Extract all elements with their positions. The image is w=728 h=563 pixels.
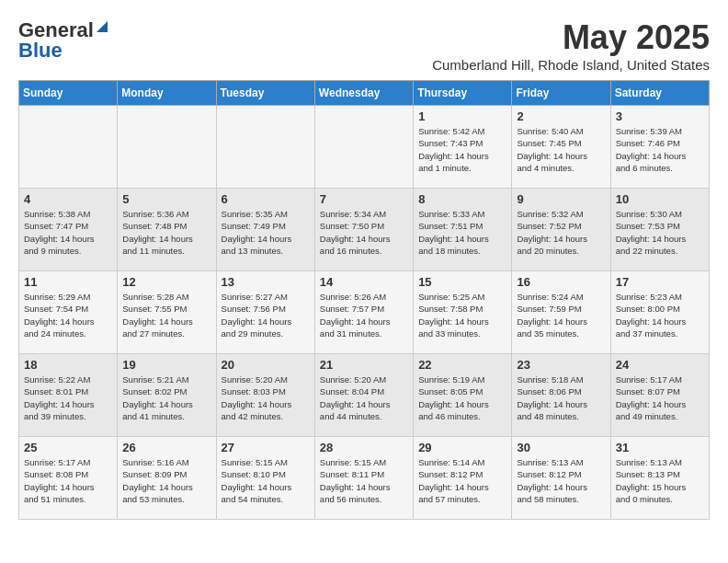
day-info: Sunrise: 5:30 AM Sunset: 7:53 PM Dayligh… <box>616 208 704 257</box>
calendar-header-row: SundayMondayTuesdayWednesdayThursdayFrid… <box>19 81 710 106</box>
day-info: Sunrise: 5:23 AM Sunset: 8:00 PM Dayligh… <box>616 291 704 339</box>
day-info: Sunrise: 5:27 AM Sunset: 7:56 PM Dayligh… <box>222 291 310 339</box>
day-number: 3 <box>616 109 704 123</box>
calendar-cell: 12Sunrise: 5:28 AM Sunset: 7:55 PM Dayli… <box>118 271 216 354</box>
day-number: 13 <box>222 275 310 289</box>
day-info: Sunrise: 5:36 AM Sunset: 7:48 PM Dayligh… <box>122 208 210 257</box>
day-info: Sunrise: 5:20 AM Sunset: 8:04 PM Dayligh… <box>320 373 408 422</box>
calendar-cell: 17Sunrise: 5:23 AM Sunset: 8:00 PM Dayli… <box>610 271 709 354</box>
day-info: Sunrise: 5:32 AM Sunset: 7:52 PM Dayligh… <box>517 208 605 257</box>
day-number: 25 <box>24 441 112 454</box>
day-number: 31 <box>616 441 704 454</box>
day-number: 19 <box>122 358 210 372</box>
day-number: 8 <box>418 192 506 206</box>
calendar-cell: 3Sunrise: 5:39 AM Sunset: 7:46 PM Daylig… <box>610 106 709 189</box>
location-subtitle: Cumberland Hill, Rhode Island, United St… <box>432 57 710 73</box>
calendar-cell: 14Sunrise: 5:26 AM Sunset: 7:57 PM Dayli… <box>314 271 413 354</box>
day-info: Sunrise: 5:13 AM Sunset: 8:13 PM Dayligh… <box>616 456 704 505</box>
day-number: 20 <box>222 358 310 372</box>
calendar-cell: 16Sunrise: 5:24 AM Sunset: 7:59 PM Dayli… <box>512 271 610 354</box>
calendar-cell: 31Sunrise: 5:13 AM Sunset: 8:13 PM Dayli… <box>610 437 709 520</box>
week-row-5: 25Sunrise: 5:17 AM Sunset: 8:08 PM Dayli… <box>19 437 710 520</box>
day-header-saturday: Saturday <box>610 81 709 106</box>
day-header-tuesday: Tuesday <box>216 81 314 106</box>
day-number: 5 <box>122 192 210 206</box>
day-header-thursday: Thursday <box>414 81 512 106</box>
day-info: Sunrise: 5:13 AM Sunset: 8:12 PM Dayligh… <box>517 456 605 505</box>
day-number: 29 <box>418 441 506 454</box>
header: General Blue May 2025 Cumberland Hill, R… <box>18 18 710 73</box>
day-number: 22 <box>418 358 506 372</box>
calendar-cell <box>314 106 413 189</box>
day-header-monday: Monday <box>118 81 216 106</box>
calendar-cell: 25Sunrise: 5:17 AM Sunset: 8:08 PM Dayli… <box>19 437 118 520</box>
day-info: Sunrise: 5:17 AM Sunset: 8:07 PM Dayligh… <box>616 373 704 422</box>
day-number: 14 <box>320 275 408 289</box>
day-number: 16 <box>517 275 605 289</box>
day-number: 30 <box>517 441 605 454</box>
day-number: 17 <box>616 275 704 289</box>
logo-blue: Blue <box>18 39 63 63</box>
calendar-cell: 7Sunrise: 5:34 AM Sunset: 7:50 PM Daylig… <box>314 189 413 271</box>
day-info: Sunrise: 5:25 AM Sunset: 7:58 PM Dayligh… <box>418 291 506 339</box>
calendar-cell: 30Sunrise: 5:13 AM Sunset: 8:12 PM Dayli… <box>512 437 610 520</box>
day-info: Sunrise: 5:22 AM Sunset: 8:01 PM Dayligh… <box>24 373 112 422</box>
calendar-table: SundayMondayTuesdayWednesdayThursdayFrid… <box>18 80 710 520</box>
calendar-cell: 21Sunrise: 5:20 AM Sunset: 8:04 PM Dayli… <box>314 354 413 437</box>
day-number: 12 <box>122 275 210 289</box>
calendar-cell: 8Sunrise: 5:33 AM Sunset: 7:51 PM Daylig… <box>414 189 512 271</box>
day-number: 11 <box>24 275 112 289</box>
calendar-cell: 13Sunrise: 5:27 AM Sunset: 7:56 PM Dayli… <box>216 271 314 354</box>
calendar-cell: 5Sunrise: 5:36 AM Sunset: 7:48 PM Daylig… <box>118 189 216 271</box>
calendar-cell: 4Sunrise: 5:38 AM Sunset: 7:47 PM Daylig… <box>19 189 118 271</box>
calendar-cell: 19Sunrise: 5:21 AM Sunset: 8:02 PM Dayli… <box>118 354 216 437</box>
day-info: Sunrise: 5:15 AM Sunset: 8:10 PM Dayligh… <box>222 456 310 505</box>
day-number: 27 <box>222 441 310 454</box>
title-area: May 2025 Cumberland Hill, Rhode Island, … <box>432 18 710 73</box>
week-row-4: 18Sunrise: 5:22 AM Sunset: 8:01 PM Dayli… <box>19 354 710 437</box>
calendar-cell: 29Sunrise: 5:14 AM Sunset: 8:12 PM Dayli… <box>414 437 512 520</box>
week-row-2: 4Sunrise: 5:38 AM Sunset: 7:47 PM Daylig… <box>19 189 710 271</box>
calendar-cell: 26Sunrise: 5:16 AM Sunset: 8:09 PM Dayli… <box>118 437 216 520</box>
calendar-cell <box>118 106 216 189</box>
day-number: 4 <box>24 192 112 206</box>
week-row-1: 1Sunrise: 5:42 AM Sunset: 7:43 PM Daylig… <box>19 106 710 189</box>
day-number: 9 <box>517 192 605 206</box>
day-number: 21 <box>320 358 408 372</box>
day-info: Sunrise: 5:33 AM Sunset: 7:51 PM Dayligh… <box>418 208 506 257</box>
calendar-cell: 20Sunrise: 5:20 AM Sunset: 8:03 PM Dayli… <box>216 354 314 437</box>
day-number: 18 <box>24 358 112 372</box>
week-row-3: 11Sunrise: 5:29 AM Sunset: 7:54 PM Dayli… <box>19 271 710 354</box>
day-info: Sunrise: 5:17 AM Sunset: 8:08 PM Dayligh… <box>24 456 112 505</box>
day-number: 1 <box>418 109 506 123</box>
day-info: Sunrise: 5:40 AM Sunset: 7:45 PM Dayligh… <box>517 125 605 174</box>
month-title: May 2025 <box>432 18 710 57</box>
calendar-body: 1Sunrise: 5:42 AM Sunset: 7:43 PM Daylig… <box>19 106 710 520</box>
day-number: 24 <box>616 358 704 372</box>
calendar-cell: 11Sunrise: 5:29 AM Sunset: 7:54 PM Dayli… <box>19 271 118 354</box>
day-info: Sunrise: 5:14 AM Sunset: 8:12 PM Dayligh… <box>418 456 506 505</box>
day-info: Sunrise: 5:39 AM Sunset: 7:46 PM Dayligh… <box>616 125 704 174</box>
day-info: Sunrise: 5:28 AM Sunset: 7:55 PM Dayligh… <box>122 291 210 339</box>
day-number: 2 <box>517 109 605 123</box>
day-info: Sunrise: 5:24 AM Sunset: 7:59 PM Dayligh… <box>517 291 605 339</box>
calendar-cell: 27Sunrise: 5:15 AM Sunset: 8:10 PM Dayli… <box>216 437 314 520</box>
calendar-cell: 2Sunrise: 5:40 AM Sunset: 7:45 PM Daylig… <box>512 106 610 189</box>
calendar-cell <box>216 106 314 189</box>
day-info: Sunrise: 5:35 AM Sunset: 7:49 PM Dayligh… <box>222 208 310 257</box>
calendar-cell: 15Sunrise: 5:25 AM Sunset: 7:58 PM Dayli… <box>414 271 512 354</box>
day-info: Sunrise: 5:26 AM Sunset: 7:57 PM Dayligh… <box>320 291 408 339</box>
calendar-cell <box>19 106 118 189</box>
day-number: 23 <box>517 358 605 372</box>
day-info: Sunrise: 5:38 AM Sunset: 7:47 PM Dayligh… <box>24 208 112 257</box>
day-number: 15 <box>418 275 506 289</box>
day-info: Sunrise: 5:29 AM Sunset: 7:54 PM Dayligh… <box>24 291 112 339</box>
calendar-cell: 6Sunrise: 5:35 AM Sunset: 7:49 PM Daylig… <box>216 189 314 271</box>
day-number: 6 <box>222 192 310 206</box>
day-header-friday: Friday <box>512 81 610 106</box>
calendar-cell: 18Sunrise: 5:22 AM Sunset: 8:01 PM Dayli… <box>19 354 118 437</box>
day-number: 28 <box>320 441 408 454</box>
day-info: Sunrise: 5:20 AM Sunset: 8:03 PM Dayligh… <box>222 373 310 422</box>
calendar-cell: 1Sunrise: 5:42 AM Sunset: 7:43 PM Daylig… <box>414 106 512 189</box>
day-info: Sunrise: 5:21 AM Sunset: 8:02 PM Dayligh… <box>122 373 210 422</box>
